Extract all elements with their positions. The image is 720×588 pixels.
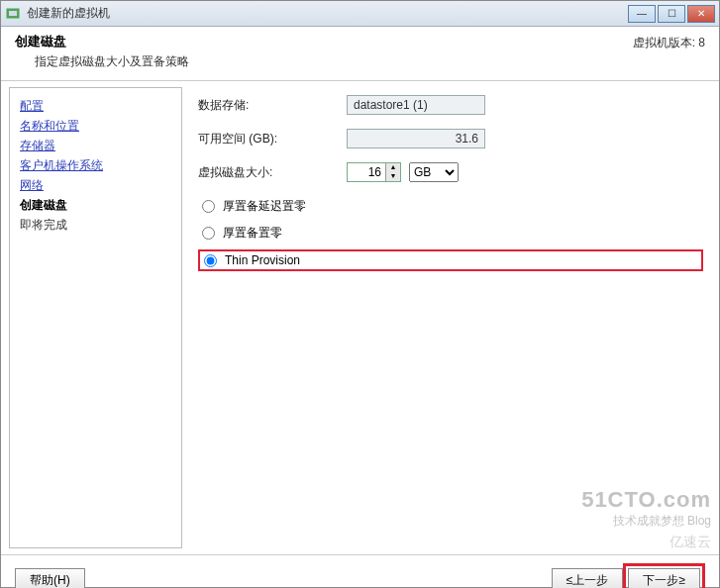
freespace-label: 可用空间 (GB): [198,131,347,147]
step-config[interactable]: 配置 [20,96,171,116]
provision-thick-lazy-label: 厚置备延迟置零 [223,198,306,215]
help-button[interactable]: 帮助(H) [15,568,85,588]
wizard-body: 配置 名称和位置 存储器 客户机操作系统 网络 创建磁盘 即将完成 数据存储: … [1,81,719,554]
disksize-spinner[interactable]: ▲ ▼ [347,162,401,182]
disksize-label: 虚拟磁盘大小: [198,164,347,181]
step-guest-os[interactable]: 客户机操作系统 [20,155,171,175]
vm-version-label: 虚拟机版本: 8 [633,35,705,51]
back-button[interactable]: ≤上一步 [552,568,624,588]
disksize-input[interactable] [348,163,385,181]
datastore-row: 数据存储: datastore1 (1) [198,95,703,115]
wizard-footer: 帮助(H) ≤上一步 下一步≥ [1,554,719,588]
provision-thick-lazy-row[interactable]: 厚置备延迟置零 [198,196,703,217]
wizard-header: 创建磁盘 指定虚拟磁盘大小及置备策略 虚拟机版本: 8 [1,27,719,81]
window-controls: — ☐ ✕ [628,5,715,23]
provision-thin-label: Thin Provision [225,253,300,267]
provision-thick-eager-radio[interactable] [202,227,215,240]
step-name-location[interactable]: 名称和位置 [20,116,171,136]
next-highlight: 下一步≥ [623,563,705,588]
vm-wizard-window: 创建新的虚拟机 — ☐ ✕ 创建磁盘 指定虚拟磁盘大小及置备策略 虚拟机版本: … [0,0,720,588]
maximize-button[interactable]: ☐ [658,5,685,23]
provision-thick-eager-row[interactable]: 厚置备置零 [198,223,703,244]
app-icon [5,6,21,22]
window-title: 创建新的虚拟机 [27,5,628,22]
datastore-value: datastore1 (1) [347,95,485,115]
step-create-disk: 创建磁盘 [20,195,171,215]
minimize-button[interactable]: — [628,5,656,23]
svg-rect-1 [9,11,17,16]
step-network[interactable]: 网络 [20,175,171,195]
page-title: 创建磁盘 [15,33,705,50]
provision-thin-radio[interactable] [204,254,217,267]
step-ready: 即将完成 [20,215,171,235]
spinner-up-icon[interactable]: ▲ [386,163,400,172]
provision-thick-eager-label: 厚置备置零 [223,225,282,242]
step-storage[interactable]: 存储器 [20,136,171,155]
provision-thin-row[interactable]: Thin Provision [198,249,703,271]
wizard-steps-sidebar: 配置 名称和位置 存储器 客户机操作系统 网络 创建磁盘 即将完成 [9,87,182,548]
titlebar: 创建新的虚拟机 — ☐ ✕ [1,1,719,27]
close-button[interactable]: ✕ [687,5,715,23]
freespace-value: 31.6 [347,129,485,148]
spinner-down-icon[interactable]: ▼ [386,172,400,181]
provisioning-group: 厚置备延迟置零 厚置备置零 Thin Provision [198,196,703,271]
provision-thick-lazy-radio[interactable] [202,200,215,213]
wizard-content: 数据存储: datastore1 (1) 可用空间 (GB): 31.6 虚拟磁… [182,81,719,554]
disksize-unit-select[interactable]: GB [409,162,459,182]
next-button[interactable]: 下一步≥ [628,568,700,588]
datastore-label: 数据存储: [198,97,347,114]
freespace-row: 可用空间 (GB): 31.6 [198,129,703,148]
page-subtitle: 指定虚拟磁盘大小及置备策略 [35,53,705,70]
disksize-row: 虚拟磁盘大小: ▲ ▼ GB [198,162,703,182]
